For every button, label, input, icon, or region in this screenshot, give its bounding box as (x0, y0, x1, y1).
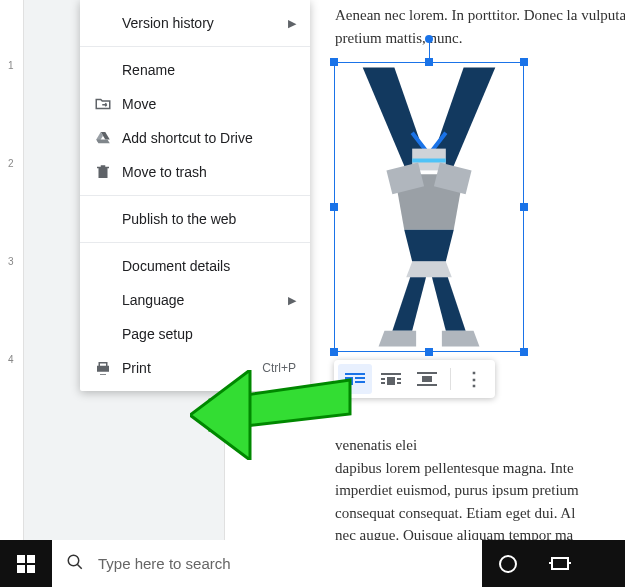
ruler-mark: 1 (8, 60, 14, 71)
menu-language[interactable]: Language ▶ (80, 283, 310, 317)
menu-label: Version history (114, 15, 288, 31)
menu-print[interactable]: Print Ctrl+P (80, 351, 310, 385)
resize-handle[interactable] (520, 348, 528, 356)
print-icon (92, 359, 114, 377)
more-options-button[interactable]: ⋮ (457, 364, 491, 394)
svg-point-38 (500, 556, 516, 572)
resize-handle[interactable] (520, 203, 528, 211)
svg-rect-17 (381, 373, 401, 375)
toolbar-separator (450, 368, 451, 390)
svg-rect-23 (417, 372, 437, 374)
svg-rect-25 (417, 384, 437, 386)
rotate-handle[interactable] (425, 35, 433, 43)
menu-version-history[interactable]: Version history ▶ (80, 6, 310, 40)
menu-shortcut: Ctrl+P (262, 361, 296, 375)
svg-rect-18 (387, 377, 395, 385)
body-text-bottom: venenatis elei dapibus lorem pellentesqu… (335, 434, 625, 547)
robot-illustration (335, 63, 523, 351)
menu-publish[interactable]: Publish to the web (80, 202, 310, 236)
svg-rect-39 (552, 558, 568, 569)
selected-image[interactable] (334, 62, 524, 352)
submenu-arrow-icon: ▶ (288, 17, 296, 30)
svg-rect-3 (412, 159, 446, 163)
search-placeholder: Type here to search (98, 555, 231, 572)
svg-line-37 (77, 564, 82, 569)
task-view-button[interactable] (534, 540, 586, 587)
svg-marker-7 (392, 277, 426, 330)
menu-separator (80, 242, 310, 243)
svg-marker-9 (379, 331, 417, 347)
menu-document-details[interactable]: Document details (80, 249, 310, 283)
resize-handle[interactable] (520, 58, 528, 66)
svg-rect-15 (355, 377, 365, 379)
menu-label: Move to trash (114, 164, 296, 180)
drive-icon (92, 129, 114, 147)
submenu-arrow-icon: ▶ (288, 294, 296, 307)
svg-rect-34 (17, 565, 25, 573)
image-options-toolbar: ⋮ (334, 360, 495, 398)
svg-marker-5 (404, 230, 453, 262)
resize-handle[interactable] (425, 58, 433, 66)
svg-marker-28 (96, 140, 110, 144)
wrap-text-button[interactable] (374, 364, 408, 394)
menu-page-setup[interactable]: Page setup (80, 317, 310, 351)
svg-rect-13 (345, 373, 365, 375)
wrap-inline-button[interactable] (338, 364, 372, 394)
menu-label: Move (114, 96, 296, 112)
taskbar: Type here to search (0, 540, 625, 587)
trash-icon (92, 163, 114, 181)
menu-label: Add shortcut to Drive (114, 130, 296, 146)
search-icon (66, 553, 86, 574)
svg-rect-24 (422, 376, 432, 382)
break-text-button[interactable] (410, 364, 444, 394)
taskbar-search[interactable]: Type here to search (52, 540, 482, 587)
rotate-stem (429, 41, 430, 59)
svg-marker-10 (442, 331, 480, 347)
menu-label: Document details (114, 258, 296, 274)
body-text-top: Aenean nec lorem. In porttitor. Donec la… (335, 4, 625, 49)
menu-move-to-trash[interactable]: Move to trash (80, 155, 310, 189)
menu-label: Print (114, 360, 262, 376)
resize-handle[interactable] (330, 58, 338, 66)
menu-label: Language (114, 292, 288, 308)
ruler-mark: 3 (8, 256, 14, 267)
svg-rect-14 (345, 377, 353, 385)
svg-rect-21 (381, 382, 385, 384)
ruler-mark: 2 (8, 158, 14, 169)
svg-marker-6 (406, 261, 452, 277)
svg-rect-20 (397, 378, 401, 380)
resize-handle[interactable] (425, 348, 433, 356)
menu-move[interactable]: Move (80, 87, 310, 121)
menu-separator (80, 195, 310, 196)
menu-rename[interactable]: Rename (80, 53, 310, 87)
vertical-ruler: 1 2 3 4 (0, 0, 24, 540)
menu-label: Rename (114, 62, 296, 78)
svg-rect-16 (355, 381, 365, 383)
menu-separator (80, 46, 310, 47)
resize-handle[interactable] (330, 348, 338, 356)
cortana-button[interactable] (482, 540, 534, 587)
menu-add-shortcut[interactable]: Add shortcut to Drive (80, 121, 310, 155)
svg-marker-8 (432, 277, 466, 330)
menu-label: Page setup (114, 326, 296, 342)
svg-rect-22 (397, 382, 401, 384)
ruler-mark: 4 (8, 354, 14, 365)
menu-label: Publish to the web (114, 211, 296, 227)
svg-rect-33 (27, 555, 35, 563)
svg-rect-32 (17, 555, 25, 563)
svg-rect-19 (381, 378, 385, 380)
svg-rect-35 (27, 565, 35, 573)
file-menu: Version history ▶ Rename Move Add shortc… (80, 0, 310, 391)
folder-move-icon (92, 95, 114, 113)
start-button[interactable] (0, 540, 52, 587)
resize-handle[interactable] (330, 203, 338, 211)
svg-point-36 (68, 555, 79, 566)
